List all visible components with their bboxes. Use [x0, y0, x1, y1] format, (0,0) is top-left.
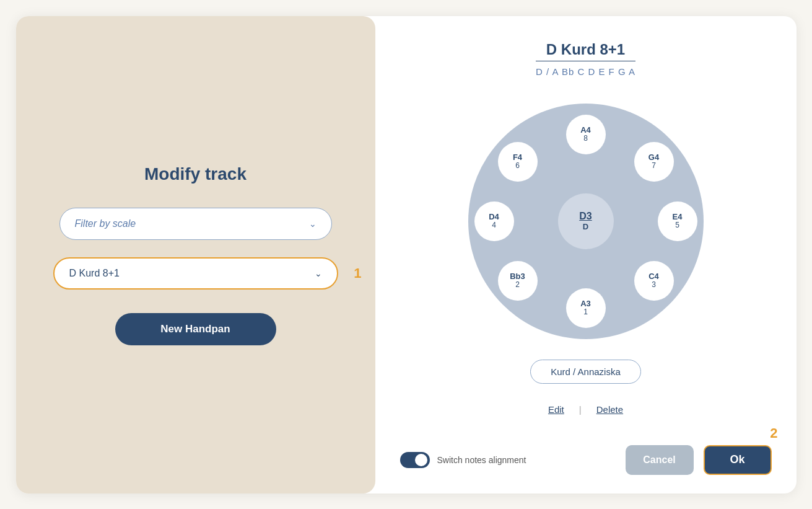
- toggle-section: Switch notes alignment: [400, 452, 526, 468]
- tone-field-bb3[interactable]: Bb3 2: [498, 261, 538, 301]
- delete-button[interactable]: Delete: [596, 404, 623, 415]
- toggle-thumb: [415, 454, 427, 466]
- tone-label: C4: [648, 272, 659, 281]
- tone-num: 1: [583, 308, 588, 316]
- scale-title: D Kurd 8+1: [536, 41, 635, 61]
- ok-button-wrapper: 2 Ok: [704, 445, 772, 475]
- handpan-diagram: D3 D A4 8 G4 7 E4 5: [468, 104, 704, 339]
- right-panel: D Kurd 8+1 D / A Bb C D E F G A D3 D A4 …: [375, 16, 797, 494]
- notes-alignment-toggle[interactable]: [400, 452, 430, 468]
- scale-dropdown-wrapper: D Kurd 8+1 ⌄ 1: [53, 257, 338, 290]
- page-title: Modify track: [144, 164, 247, 184]
- step-number-2: 2: [770, 425, 777, 441]
- tone-field-e4[interactable]: E4 5: [658, 201, 697, 241]
- tone-num: 3: [652, 281, 656, 289]
- tone-label: E4: [673, 213, 683, 221]
- step-number-1: 1: [354, 265, 361, 281]
- left-panel: Modify track Filter by scale ⌄ D Kurd 8+…: [16, 16, 375, 494]
- scale-info: D Kurd 8+1 D / A Bb C D E F G A: [536, 41, 635, 77]
- tone-label: A4: [580, 126, 591, 135]
- tone-num: 6: [515, 162, 520, 170]
- tone-field-a4[interactable]: A4 8: [566, 115, 606, 154]
- tone-field-a3[interactable]: A3 1: [566, 288, 606, 328]
- scale-tag[interactable]: Kurd / Annaziska: [530, 360, 641, 384]
- tone-field-d4[interactable]: D4 4: [474, 201, 514, 241]
- center-note-sub: D: [583, 222, 588, 231]
- tone-num: 4: [492, 221, 496, 229]
- tone-label: D4: [489, 213, 499, 221]
- tone-num: 2: [515, 281, 520, 289]
- scale-dropdown-label: D Kurd 8+1: [69, 268, 120, 279]
- bottom-bar: Switch notes alignment Cancel 2 Ok: [400, 435, 772, 475]
- cancel-button[interactable]: Cancel: [626, 445, 694, 475]
- actions-row: Edit | Delete: [548, 404, 623, 415]
- ok-button[interactable]: Ok: [704, 445, 772, 475]
- chevron-down-icon: ⌄: [315, 268, 322, 278]
- scale-select-dropdown[interactable]: D Kurd 8+1 ⌄: [53, 257, 338, 290]
- tone-num: 7: [652, 162, 656, 170]
- divider: |: [579, 404, 582, 415]
- tone-field-c4[interactable]: C4 3: [634, 261, 674, 301]
- scale-notes: D / A Bb C D E F G A: [536, 66, 635, 77]
- tone-label: Bb3: [510, 272, 525, 281]
- tone-label: F4: [513, 153, 522, 162]
- edit-button[interactable]: Edit: [548, 404, 564, 415]
- tone-num: 8: [583, 135, 588, 143]
- center-note[interactable]: D3 D: [558, 193, 614, 249]
- filter-by-scale-dropdown[interactable]: Filter by scale ⌄: [59, 208, 332, 240]
- toggle-label: Switch notes alignment: [437, 455, 526, 465]
- tone-field-f4[interactable]: F4 6: [498, 142, 538, 182]
- tone-label: A3: [580, 299, 591, 308]
- new-handpan-button[interactable]: New Handpan: [115, 313, 276, 345]
- tone-label: G4: [648, 153, 659, 162]
- tone-num: 5: [675, 221, 679, 229]
- handpan-circle: D3 D A4 8 G4 7 E4 5: [468, 104, 704, 339]
- tone-field-g4[interactable]: G4 7: [634, 142, 674, 182]
- center-note-name: D3: [579, 211, 592, 222]
- chevron-down-icon: ⌄: [309, 219, 317, 229]
- main-container: Modify track Filter by scale ⌄ D Kurd 8+…: [16, 16, 797, 494]
- filter-dropdown-label: Filter by scale: [75, 218, 136, 229]
